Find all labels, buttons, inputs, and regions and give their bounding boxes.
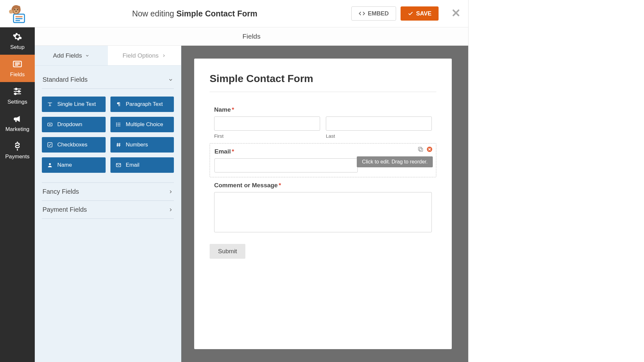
editing-title: Now editing Simple Contact Form xyxy=(43,9,347,18)
field-email[interactable]: Email xyxy=(110,157,174,173)
delete-field-button[interactable] xyxy=(426,146,433,154)
section-standard-fields[interactable]: Standard Fields xyxy=(42,74,174,89)
close-button[interactable] xyxy=(451,7,460,20)
sublabel-first: First xyxy=(214,133,320,139)
svg-point-37 xyxy=(49,163,51,165)
nav-label: Settings xyxy=(7,99,27,105)
field-dropdown[interactable]: Dropdown xyxy=(42,117,106,132)
form-canvas[interactable]: Simple Contact Form Name* First xyxy=(181,46,468,362)
dropdown-icon xyxy=(47,122,53,127)
svg-point-30 xyxy=(116,124,117,125)
svg-point-29 xyxy=(116,123,117,124)
fields-panel: Add Fields Field Options Standard Fields xyxy=(35,46,181,362)
hash-icon xyxy=(116,142,121,148)
svg-point-8 xyxy=(14,9,15,10)
embed-button[interactable]: EMBED xyxy=(351,6,396,21)
section-label: Fancy Fields xyxy=(43,188,79,195)
save-label: SAVE xyxy=(416,10,431,17)
code-icon xyxy=(359,10,365,17)
dollar-icon xyxy=(13,141,22,151)
svg-line-36 xyxy=(119,143,120,147)
field-label: Name xyxy=(57,162,72,168)
panel-tabs: Add Fields Field Options xyxy=(35,46,181,66)
field-label: Dropdown xyxy=(57,121,82,128)
text-icon xyxy=(47,101,53,107)
sublabel-last: Last xyxy=(326,133,432,139)
paragraph-icon xyxy=(116,101,121,107)
field-numbers[interactable]: Numbers xyxy=(110,137,174,153)
field-label: Multiple Choice xyxy=(126,121,163,128)
label-text: Comment or Message xyxy=(214,182,278,189)
field-name[interactable]: Name xyxy=(42,157,106,173)
save-button[interactable]: SAVE xyxy=(401,6,439,21)
envelope-icon xyxy=(116,162,121,168)
sliders-icon xyxy=(13,87,22,96)
section-payment-fields[interactable]: Payment Fields xyxy=(42,201,174,219)
field-paragraph-text[interactable]: Paragraph Text xyxy=(110,97,174,112)
user-icon xyxy=(47,162,53,168)
checkbox-icon xyxy=(47,142,53,148)
form-preview: Simple Contact Form Name* First xyxy=(194,59,452,349)
svg-rect-13 xyxy=(11,11,12,14)
chevron-down-icon xyxy=(168,77,173,82)
comment-textarea[interactable] xyxy=(214,192,432,232)
field-tools xyxy=(417,146,433,154)
field-single-line-text[interactable]: Single Line Text xyxy=(42,97,106,112)
nav-label: Setup xyxy=(10,44,24,51)
divider xyxy=(210,92,436,92)
nav-marketing[interactable]: Marketing xyxy=(0,109,35,137)
close-icon xyxy=(451,8,460,17)
section-fancy-fields[interactable]: Fancy Fields xyxy=(42,183,174,201)
nav-payments[interactable]: Payments xyxy=(0,137,35,164)
field-checkboxes[interactable]: Checkboxes xyxy=(42,137,106,153)
nav-fields[interactable]: Fields xyxy=(0,55,35,82)
submit-button[interactable]: Submit xyxy=(210,244,245,259)
form-icon xyxy=(13,59,22,69)
tab-field-options[interactable]: Field Options xyxy=(108,46,181,65)
svg-rect-14 xyxy=(12,11,13,14)
section-title: Fields xyxy=(242,32,260,40)
svg-line-35 xyxy=(117,143,118,147)
field-tooltip: Click to edit. Drag to reorder. xyxy=(357,156,433,167)
top-bar: Now editing Simple Contact Form EMBED SA… xyxy=(35,0,468,27)
delete-icon xyxy=(426,146,433,153)
nav-label: Fields xyxy=(10,71,24,78)
first-name-input[interactable] xyxy=(214,116,320,131)
svg-rect-39 xyxy=(420,148,423,152)
form-field-email[interactable]: Email* Click to edit. Drag to reorder. xyxy=(210,143,436,177)
section-label: Standard Fields xyxy=(43,76,88,83)
workspace: Add Fields Field Options Standard Fields xyxy=(35,46,468,362)
bullhorn-icon xyxy=(13,114,22,124)
chevron-right-icon xyxy=(162,53,166,58)
embed-label: EMBED xyxy=(368,10,389,17)
app-logo[interactable] xyxy=(0,0,35,27)
form-title[interactable]: Simple Contact Form xyxy=(210,73,436,85)
svg-point-10 xyxy=(15,11,17,12)
svg-point-20 xyxy=(15,88,17,90)
field-multiple-choice[interactable]: Multiple Choice xyxy=(110,117,174,132)
wpforms-logo-icon xyxy=(7,3,28,24)
svg-point-22 xyxy=(18,90,20,92)
gear-icon xyxy=(13,32,22,42)
required-asterisk: * xyxy=(232,106,234,113)
section-title-bar: Fields xyxy=(35,27,468,46)
form-field-comment[interactable]: Comment or Message* xyxy=(210,177,436,238)
nav-label: Payments xyxy=(5,153,30,160)
copy-icon xyxy=(417,146,424,153)
svg-point-9 xyxy=(17,9,18,10)
field-label: Paragraph Text xyxy=(126,101,163,107)
svg-rect-40 xyxy=(418,147,421,150)
standard-fields-grid: Single Line Text Paragraph Text Dropdown xyxy=(42,89,174,183)
nav-settings[interactable]: Settings xyxy=(0,82,35,109)
duplicate-field-button[interactable] xyxy=(417,146,424,154)
last-name-input[interactable] xyxy=(326,116,432,131)
editing-prefix: Now editing xyxy=(132,9,176,18)
list-icon xyxy=(116,122,121,127)
section-label: Payment Fields xyxy=(43,206,87,213)
panel-body: Standard Fields Single Line Text Paragra… xyxy=(35,66,181,227)
email-input[interactable] xyxy=(214,158,358,172)
form-field-name[interactable]: Name* First Last xyxy=(210,102,436,143)
tab-add-fields[interactable]: Add Fields xyxy=(35,46,108,65)
main-column: Now editing Simple Contact Form EMBED SA… xyxy=(35,0,468,362)
nav-setup[interactable]: Setup xyxy=(0,27,35,55)
